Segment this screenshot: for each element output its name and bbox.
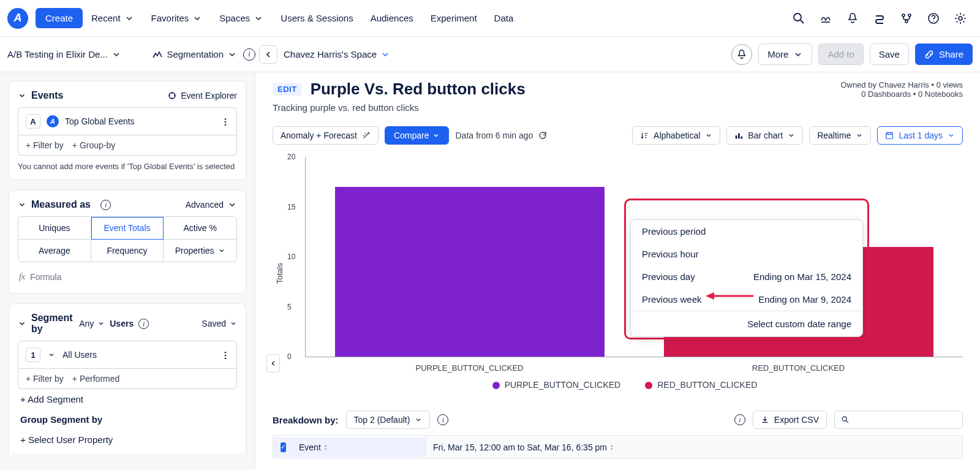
- measure-active-pct[interactable]: Active %: [164, 217, 236, 240]
- measure-properties[interactable]: Properties: [164, 240, 236, 262]
- sort-icon[interactable]: ▴▾: [325, 444, 327, 451]
- breakdown-search[interactable]: [834, 411, 963, 429]
- chevron-down-icon: [788, 132, 795, 139]
- measure-event-totals[interactable]: Event Totals: [91, 217, 164, 240]
- legend: PURPLE_BUTTON_CLICKEDRED_BUTTON_CLICKED: [287, 380, 963, 390]
- bell-icon[interactable]: [845, 11, 860, 26]
- event-filters: + Filter by + Group-by: [18, 135, 237, 156]
- chevron-down-icon: [124, 13, 134, 23]
- chevron-down-icon[interactable]: [18, 91, 26, 100]
- info-icon[interactable]: i: [100, 200, 111, 210]
- more-icon[interactable]: ⋯: [221, 118, 230, 126]
- segment-row[interactable]: 1 All Users ⋯: [18, 341, 237, 369]
- compare-button[interactable]: Compare: [385, 126, 450, 145]
- chevron-down-icon: [97, 320, 105, 327]
- group-segment-by[interactable]: Group Segment by: [18, 409, 237, 430]
- svg-point-0: [794, 13, 801, 21]
- page-title: Purple Vs. Red button clicks: [311, 80, 526, 99]
- refresh-icon[interactable]: [538, 131, 548, 140]
- wand-icon: [362, 131, 371, 140]
- time-range-selector[interactable]: Last 1 days: [877, 126, 963, 145]
- space-breadcrumb[interactable]: Chavez Harris's Space: [284, 49, 390, 59]
- nav-users-sessions[interactable]: Users & Sessions: [272, 8, 361, 28]
- compare-menu: Previous period Previous hour Previous d…: [630, 219, 863, 337]
- calendar-icon: [885, 131, 894, 140]
- nav-audiences[interactable]: Audiences: [362, 8, 422, 28]
- project-selector[interactable]: A/B Testing in Elixir De...: [7, 49, 121, 59]
- query-sidebar: Events Event Explorer A A Top Global Eve…: [0, 72, 255, 470]
- gear-icon[interactable]: [953, 11, 968, 26]
- compare-previous-day[interactable]: Previous dayEnding on Mar 15, 2024: [631, 265, 862, 288]
- collapse-sidebar[interactable]: [266, 354, 280, 373]
- info-icon[interactable]: i: [243, 48, 255, 61]
- anomaly-icon[interactable]: [818, 11, 833, 26]
- chevron-down-icon[interactable]: [48, 351, 55, 358]
- chart-type-selector[interactable]: Segmentation: [152, 49, 237, 60]
- help-icon[interactable]: [926, 11, 941, 26]
- save-button[interactable]: Save: [870, 44, 909, 65]
- chart-type-bar[interactable]: Bar chart: [726, 126, 803, 145]
- chevron-down-icon: [856, 132, 863, 139]
- col-event[interactable]: Event: [299, 442, 321, 452]
- measure-uniques[interactable]: Uniques: [18, 217, 91, 240]
- chevron-down-icon[interactable]: [18, 319, 26, 328]
- add-group-by[interactable]: + Group-by: [72, 140, 115, 150]
- add-filter-by[interactable]: + Filter by: [26, 140, 64, 150]
- compare-previous-hour[interactable]: Previous hour: [631, 243, 862, 265]
- seg-filter-by[interactable]: + Filter by: [26, 374, 64, 384]
- route-icon[interactable]: [872, 11, 887, 26]
- sort-icon[interactable]: ▴▾: [611, 444, 613, 451]
- compare-previous-period[interactable]: Previous period: [631, 220, 862, 243]
- create-button[interactable]: Create: [36, 8, 83, 28]
- info-icon[interactable]: i: [437, 414, 448, 425]
- anomaly-forecast-button[interactable]: Anomaly + Forecast: [273, 126, 379, 145]
- secondary-bar: A/B Testing in Elixir De... Segmentation…: [0, 37, 980, 72]
- advanced-toggle[interactable]: Advanced: [186, 200, 237, 210]
- formula-row[interactable]: fxFormula: [18, 270, 237, 284]
- nav-favorites[interactable]: Favorites: [143, 8, 211, 28]
- branch-icon[interactable]: [899, 11, 914, 26]
- more-icon[interactable]: ⋯: [221, 351, 230, 359]
- nav-data[interactable]: Data: [486, 8, 522, 28]
- chevron-down-icon: [111, 50, 121, 59]
- edit-button[interactable]: EDIT: [273, 83, 302, 96]
- chevron-down-icon: [415, 416, 422, 423]
- back-button[interactable]: [259, 45, 277, 64]
- app-logo[interactable]: A: [7, 8, 28, 29]
- nav-recent[interactable]: Recent: [83, 8, 143, 28]
- x-axis: PURPLE_BUTTON_CLICKEDRED_BUTTON_CLICKED: [305, 363, 963, 373]
- event-row[interactable]: A A Top Global Events ⋯: [18, 107, 237, 135]
- breakdown-top[interactable]: Top 2 (Default): [346, 411, 431, 429]
- nav-experiment[interactable]: Experiment: [422, 8, 486, 28]
- chevron-down-icon[interactable]: [18, 200, 26, 209]
- chevron-down-icon: [254, 13, 263, 23]
- measure-average[interactable]: Average: [18, 240, 91, 262]
- add-segment[interactable]: + Add Segment: [18, 389, 237, 409]
- nav-spaces[interactable]: Spaces: [211, 8, 272, 28]
- events-warning: You cannot add more events if 'Top Globa…: [18, 162, 237, 171]
- info-icon[interactable]: i: [734, 414, 745, 425]
- select-user-property[interactable]: + Select User Property: [18, 430, 237, 450]
- chevron-down-icon: [380, 50, 390, 59]
- col-date[interactable]: Fri, Mar 15, 12:00 am to Sat, Mar 16, 6:…: [433, 442, 607, 452]
- info-icon[interactable]: i: [138, 319, 149, 329]
- search-icon[interactable]: [791, 11, 806, 26]
- event-explorer-link[interactable]: Event Explorer: [167, 91, 237, 100]
- alert-bell-button[interactable]: [731, 44, 752, 65]
- measure-frequency[interactable]: Frequency: [91, 240, 164, 262]
- compare-custom-range[interactable]: Select custom date range: [631, 311, 862, 336]
- export-csv-button[interactable]: Export CSV: [753, 411, 827, 429]
- select-all-checkbox[interactable]: ✓: [281, 442, 286, 452]
- svg-line-1: [801, 20, 804, 23]
- more-button[interactable]: More: [758, 44, 812, 65]
- seg-performed[interactable]: + Performed: [72, 374, 119, 384]
- compare-previous-week[interactable]: Previous weekEnding on Mar 9, 2024: [631, 288, 862, 311]
- share-button[interactable]: Share: [915, 44, 973, 65]
- breakdown-label: Breakdown by:: [273, 415, 339, 425]
- chevron-down-icon: [218, 247, 225, 254]
- segment-name: All Users: [62, 350, 97, 360]
- segment-any[interactable]: Any: [79, 319, 105, 328]
- segment-saved[interactable]: Saved: [202, 319, 237, 328]
- sort-alphabetical[interactable]: Alphabetical: [632, 126, 720, 145]
- realtime-toggle[interactable]: Realtime: [809, 126, 871, 145]
